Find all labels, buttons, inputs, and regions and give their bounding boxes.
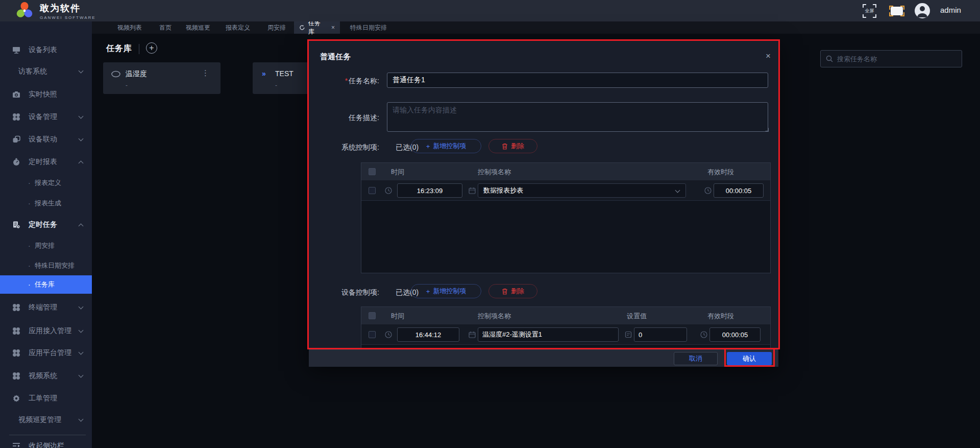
sidebar-item-device-list[interactable]: 设备列表 bbox=[0, 41, 92, 59]
system-control-label: 系统控制项: bbox=[312, 143, 379, 152]
device-add-control-button[interactable]: + 新增控制项 bbox=[411, 284, 481, 298]
col-time: 时间 bbox=[391, 312, 404, 321]
col-set-value: 设置值 bbox=[627, 312, 647, 321]
sidebar-item-app-access-mgmt[interactable]: 应用接入管理 bbox=[0, 322, 92, 340]
normal-task-dialog: 普通任务 × *任务名称: 任务描述: 系统控制项: 已选(0) + 新增控制项… bbox=[309, 41, 778, 367]
sidebar-item-report-generate[interactable]: · 报表生成 bbox=[0, 194, 92, 213]
device-control-table: 时间 控制项名称 设置值 有效时段 bbox=[361, 306, 771, 349]
monitor-icon bbox=[12, 46, 20, 54]
collapse-sidebar-button[interactable]: 收起侧边栏 bbox=[0, 440, 92, 448]
device-control-label: 设备控制项: bbox=[312, 288, 379, 297]
username-label[interactable]: admin bbox=[940, 6, 961, 14]
row-checkbox[interactable] bbox=[369, 331, 376, 338]
valid-period-input[interactable] bbox=[709, 327, 761, 342]
tab-video-list[interactable]: 视频列表 bbox=[112, 21, 147, 34]
task-card-temperature[interactable]: 温湿度 - ⋮ bbox=[103, 62, 220, 94]
user-avatar[interactable] bbox=[915, 3, 930, 18]
gear-icon bbox=[12, 394, 20, 403]
sidebar-item-report-define[interactable]: · 报表定义 bbox=[0, 174, 92, 192]
system-control-table: 时间 控制项名称 有效时段 数据报表抄表 bbox=[361, 162, 771, 273]
tab-report-define[interactable]: 报表定义 bbox=[220, 21, 255, 34]
col-time: 时间 bbox=[391, 168, 404, 177]
confirm-button[interactable]: 确认 bbox=[727, 352, 772, 365]
person-icon bbox=[915, 3, 930, 18]
time-input[interactable] bbox=[397, 327, 459, 342]
sidebar-item-video-system[interactable]: 视频系统 bbox=[0, 367, 92, 385]
sidebar-divider bbox=[9, 435, 86, 435]
fullscreen-button[interactable]: 全屏 bbox=[863, 4, 876, 18]
tab-special-date[interactable]: 特殊日期安排 bbox=[345, 21, 392, 34]
tab-home[interactable]: 首页 bbox=[154, 21, 177, 34]
task-schedule-icon bbox=[12, 221, 20, 229]
clover-icon bbox=[12, 349, 20, 357]
time-input[interactable] bbox=[397, 183, 462, 198]
sidebar-item-visitor-system[interactable]: 访客系统 bbox=[0, 62, 92, 81]
sidebar: 设备列表 访客系统 实时快照 设备管理 设备联动 定时报表 · 报表定义 · 报… bbox=[0, 21, 92, 448]
sidebar-item-video-patrol-mgmt[interactable]: 视频巡更管理 bbox=[0, 411, 92, 429]
tab-bar: 视频列表 首页 视频巡更 报表定义 周安排 任务库 × 特殊日期安排 bbox=[92, 21, 980, 34]
screen-frame-icon[interactable] bbox=[889, 6, 904, 16]
select-all-checkbox[interactable] bbox=[369, 312, 376, 319]
device-delete-button[interactable]: 删除 bbox=[488, 284, 537, 298]
link-icon bbox=[12, 135, 20, 144]
task-desc-input[interactable] bbox=[387, 102, 768, 132]
sidebar-item-timed-task[interactable]: 定时任务 bbox=[0, 216, 92, 234]
sidebar-item-week-plan[interactable]: · 周安排 bbox=[0, 237, 92, 255]
system-delete-button[interactable]: 删除 bbox=[488, 139, 537, 153]
chevron-down-icon bbox=[79, 136, 84, 142]
control-name-input[interactable] bbox=[478, 327, 619, 342]
task-card-name: TEST bbox=[275, 69, 293, 78]
row-checkbox[interactable] bbox=[369, 187, 376, 194]
cancel-button[interactable]: 取消 bbox=[674, 352, 718, 365]
logo-icon bbox=[15, 2, 34, 20]
chevron-down-icon bbox=[79, 304, 84, 310]
sidebar-item-terminal-mgmt[interactable]: 终端管理 bbox=[0, 298, 92, 317]
clover-icon bbox=[12, 113, 20, 121]
tab-close-icon[interactable]: × bbox=[331, 24, 335, 31]
col-control-name: 控制项名称 bbox=[478, 312, 511, 321]
refresh-icon[interactable] bbox=[299, 25, 305, 31]
calendar-icon bbox=[469, 187, 476, 194]
clover-icon bbox=[12, 303, 20, 312]
task-desc-label: 任务描述: bbox=[312, 113, 379, 123]
close-icon[interactable]: × bbox=[763, 51, 773, 61]
select-all-checkbox[interactable] bbox=[369, 168, 376, 175]
col-valid-period: 有效时段 bbox=[707, 168, 734, 177]
table-row: 数据报表抄表 bbox=[361, 180, 770, 201]
task-search[interactable] bbox=[820, 50, 962, 67]
sidebar-item-app-platform-mgmt[interactable]: 应用平台管理 bbox=[0, 344, 92, 362]
sidebar-item-device-linkage[interactable]: 设备联动 bbox=[0, 130, 92, 149]
add-task-button[interactable]: + bbox=[146, 42, 157, 54]
value-icon bbox=[625, 331, 632, 338]
title-divider bbox=[139, 44, 139, 54]
sidebar-item-snapshot[interactable]: 实时快照 bbox=[0, 85, 92, 104]
system-add-control-button[interactable]: + 新增控制项 bbox=[411, 139, 481, 153]
search-icon bbox=[826, 55, 833, 62]
tab-video-patrol[interactable]: 视频巡更 bbox=[181, 21, 215, 34]
table-row bbox=[361, 324, 770, 345]
table-header: 时间 控制项名称 设置值 有效时段 bbox=[361, 307, 770, 324]
chevron-down-icon bbox=[79, 114, 84, 119]
sidebar-item-work-order[interactable]: 工单管理 bbox=[0, 389, 92, 408]
search-input[interactable] bbox=[837, 55, 949, 63]
dialog-title: 普通任务 bbox=[320, 52, 351, 62]
sidebar-item-task-library[interactable]: · 任务库 bbox=[0, 275, 92, 294]
sidebar-item-device-mgmt[interactable]: 设备管理 bbox=[0, 108, 92, 126]
clover-icon bbox=[12, 372, 20, 380]
plus-icon: + bbox=[426, 143, 430, 150]
set-value-input[interactable] bbox=[634, 327, 687, 342]
chevron-down-icon bbox=[79, 68, 84, 74]
tab-task-library[interactable]: 任务库 × bbox=[294, 21, 340, 34]
valid-period-input[interactable] bbox=[714, 183, 764, 198]
chevron-down-icon bbox=[79, 417, 84, 422]
task-name-input[interactable] bbox=[387, 73, 768, 88]
task-name-label: *任务名称: bbox=[312, 77, 379, 86]
chevron-up-icon bbox=[79, 161, 84, 166]
col-valid-period: 有效时段 bbox=[707, 312, 734, 321]
tab-week-plan[interactable]: 周安排 bbox=[262, 21, 291, 34]
sidebar-item-special-date[interactable]: · 特殊日期安排 bbox=[0, 256, 92, 275]
control-name-select[interactable]: 数据报表抄表 bbox=[478, 183, 686, 198]
sidebar-item-timed-report[interactable]: 定时报表 bbox=[0, 153, 92, 171]
card-menu-icon[interactable]: ⋮ bbox=[202, 68, 209, 78]
chevron-down-icon bbox=[675, 188, 680, 193]
